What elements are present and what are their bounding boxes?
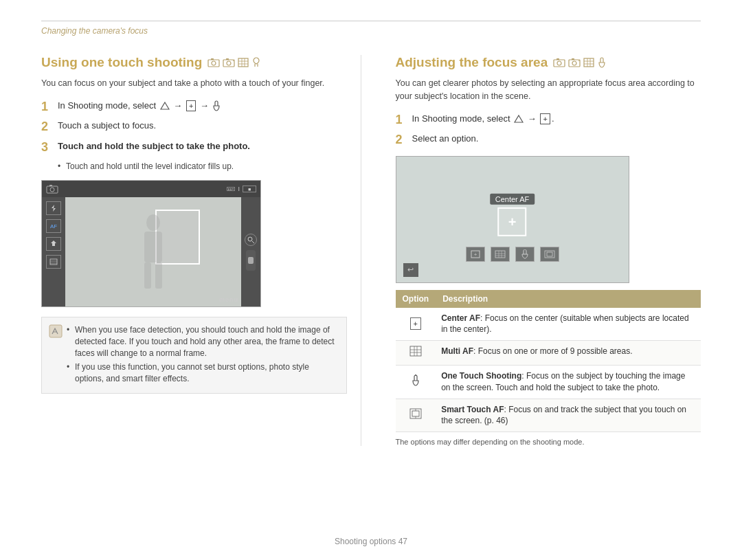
svg-rect-20 (144, 232, 162, 262)
svg-rect-16 (50, 259, 57, 265)
grid-small-icon (49, 258, 58, 265)
note-bullet-1: When you use face detection, you should … (67, 324, 338, 359)
camera-screen-image: I ■ AF (41, 180, 261, 307)
svg-rect-14 (49, 185, 52, 186)
row-icon-2 (396, 341, 436, 366)
note-pencil-icon (49, 324, 63, 338)
table-row: Multi AF: Focus on one or more of 9 poss… (396, 341, 701, 366)
focus-back-btn: ↩ (403, 263, 418, 277)
cam-right-bar (241, 197, 260, 307)
cam-icon-active (46, 184, 58, 194)
svg-rect-22 (155, 262, 162, 289)
table-row: Smart Touch AF: Focus on and track the s… (396, 399, 701, 432)
cam-body: AF (42, 197, 260, 307)
row-icon-1: + (396, 308, 436, 341)
note-box: When you use face detection, you should … (41, 317, 347, 394)
focus-opt-touch (515, 247, 535, 262)
mountain-icon-left (160, 101, 170, 111)
svg-point-13 (50, 188, 54, 192)
sidebar-icon-1 (46, 201, 61, 215)
recycle-icon (49, 240, 58, 248)
svg-point-4 (227, 61, 231, 65)
menu-btn: menu (219, 296, 238, 303)
focus-opt-center: + (466, 247, 485, 262)
page-footer: Shooting options 47 (0, 537, 742, 546)
camera-icon-r2 (568, 58, 581, 67)
svg-rect-25 (49, 325, 62, 337)
plus-icon: + (508, 215, 517, 229)
right-step-2: 2 Select an option. (396, 133, 701, 148)
indicator-bars (227, 187, 235, 191)
svg-line-24 (252, 241, 254, 243)
focus-opt-smart (540, 247, 559, 262)
svg-rect-55 (412, 411, 419, 416)
options-table: Option Description + Center AF: Focus on… (396, 290, 701, 433)
left-column: Using one touch shooting (41, 55, 361, 446)
right-description: You can get clearer photos by selecting … (396, 77, 701, 103)
svg-marker-15 (52, 205, 56, 212)
grid-icon-r (583, 58, 594, 67)
row-desc-4: Smart Touch AF: Focus on and track the s… (436, 399, 701, 432)
zoom-icon (245, 234, 257, 246)
cam-main-area: menu (65, 197, 241, 307)
svg-rect-46 (545, 251, 554, 258)
left-step-2: 2 Touch a subject to focus. (41, 120, 347, 135)
note-bullets: When you use face detection, you should … (67, 324, 338, 384)
right-title-icons (553, 57, 607, 68)
svg-point-23 (248, 237, 252, 241)
center-af-label: Center AF (490, 194, 535, 205)
focus-area-screen: Center AF + + (396, 156, 629, 283)
center-af-box: + (498, 208, 527, 236)
sidebar-icon-4 (46, 255, 61, 269)
table-row: + Center AF: Focus on the center (suitab… (396, 308, 701, 341)
camera-icon-2 (223, 58, 235, 67)
svg-rect-29 (556, 58, 559, 60)
svg-point-19 (146, 214, 160, 231)
row-desc-1: Center AF: Focus on the center (suitable… (436, 308, 701, 341)
left-title-icons (207, 57, 261, 68)
touch-icon-r (597, 57, 607, 68)
cam-sidebar: AF (42, 197, 65, 307)
row-desc-2: Multi AF: Focus on one or more of 9 poss… (436, 341, 701, 366)
svg-point-31 (572, 61, 576, 65)
svg-marker-38 (515, 115, 523, 122)
flash-icon (49, 205, 58, 212)
touch-icon (251, 57, 261, 68)
grid-icon (238, 58, 249, 67)
cam-status: I (238, 186, 240, 192)
camera-icon-1 (207, 58, 220, 67)
bullet-item: Touch and hold until the level indicator… (58, 161, 347, 172)
row-desc-3: One Touch Shooting: Focus on the subject… (436, 366, 701, 399)
left-step-3: 3 Touch and hold the subject to take the… (41, 140, 347, 155)
focus-options-row: + (466, 247, 559, 262)
page-number: Shooting options 47 (335, 537, 407, 546)
svg-rect-33 (584, 58, 594, 67)
one-touch-icon (411, 374, 420, 386)
note-bullet-2: If you use this function, you cannot set… (67, 361, 338, 385)
svg-rect-41 (495, 251, 505, 258)
page-container: Changing the camera's focus Using one to… (0, 0, 742, 560)
right-column: Adjusting the focus area (389, 55, 701, 446)
breadcrumb: Changing the camera's focus (41, 26, 148, 36)
person-silhouette (136, 214, 170, 290)
cam-battery: ■ (243, 186, 256, 192)
table-row: One Touch Shooting: Focus on the subject… (396, 366, 701, 399)
svg-point-1 (212, 61, 216, 65)
smart-touch-icon (409, 408, 422, 419)
svg-text:+: + (473, 251, 477, 258)
right-footer-note: The options may differ depending on the … (396, 438, 701, 446)
svg-rect-48 (410, 346, 421, 356)
svg-point-53 (415, 374, 416, 376)
left-section-title: Using one touch shooting (41, 55, 347, 70)
camera-icon-r1 (553, 58, 565, 67)
center-af-group: Center AF + (490, 194, 535, 236)
right-step-1: 1 In Shooting mode, select → +. (396, 113, 701, 128)
cam-toolbar: I ■ (42, 181, 260, 197)
svg-rect-2 (211, 58, 214, 60)
left-step-1: 1 In Shooting mode, select → + → (41, 100, 347, 115)
svg-point-28 (557, 61, 561, 65)
svg-rect-21 (144, 262, 151, 289)
scroll-indicator (246, 250, 256, 271)
left-bullets: Touch and hold until the level indicator… (58, 161, 347, 172)
content-columns: Using one touch shooting (41, 55, 701, 446)
